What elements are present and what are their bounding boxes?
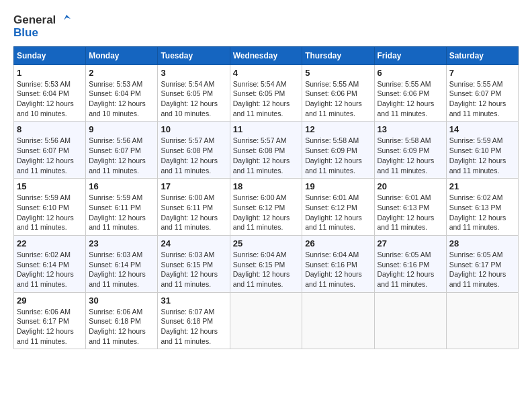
calendar-cell: 15Sunrise: 5:59 AM Sunset: 6:10 PM Dayli… — [14, 179, 86, 236]
calendar-cell: 30Sunrise: 6:06 AM Sunset: 6:18 PM Dayli… — [86, 292, 158, 349]
calendar-week-row: 8Sunrise: 5:56 AM Sunset: 6:07 PM Daylig… — [14, 122, 519, 179]
calendar-cell: 7Sunrise: 5:55 AM Sunset: 6:07 PM Daylig… — [446, 64, 518, 122]
day-info: Sunrise: 6:05 AM Sunset: 6:16 PM Dayligh… — [378, 250, 443, 289]
calendar-cell: 26Sunrise: 6:04 AM Sunset: 6:16 PM Dayli… — [302, 235, 374, 292]
day-number: 12 — [305, 124, 371, 134]
logo-blue: Blue — [13, 27, 38, 40]
day-number: 4 — [233, 68, 300, 78]
day-number: 5 — [305, 68, 371, 78]
calendar-cell: 1Sunrise: 5:53 AM Sunset: 6:04 PM Daylig… — [14, 64, 86, 122]
calendar-cell: 18Sunrise: 6:00 AM Sunset: 6:12 PM Dayli… — [230, 179, 302, 236]
day-info: Sunrise: 5:55 AM Sunset: 6:07 PM Dayligh… — [449, 79, 515, 119]
calendar-cell: 12Sunrise: 5:58 AM Sunset: 6:09 PM Dayli… — [302, 122, 374, 179]
calendar-cell: 4Sunrise: 5:54 AM Sunset: 6:05 PM Daylig… — [230, 64, 302, 122]
calendar-cell: 19Sunrise: 6:01 AM Sunset: 6:12 PM Dayli… — [302, 179, 374, 236]
calendar-week-row: 29Sunrise: 6:06 AM Sunset: 6:17 PM Dayli… — [14, 292, 519, 349]
day-number: 9 — [89, 124, 154, 134]
day-number: 19 — [305, 181, 371, 191]
day-number: 22 — [17, 238, 83, 248]
day-number: 16 — [89, 181, 154, 191]
calendar-week-row: 1Sunrise: 5:53 AM Sunset: 6:04 PM Daylig… — [14, 64, 519, 122]
calendar-cell: 10Sunrise: 5:57 AM Sunset: 6:08 PM Dayli… — [158, 122, 230, 179]
day-info: Sunrise: 6:01 AM Sunset: 6:13 PM Dayligh… — [378, 193, 443, 232]
day-info: Sunrise: 5:57 AM Sunset: 6:08 PM Dayligh… — [161, 136, 226, 175]
day-info: Sunrise: 5:58 AM Sunset: 6:09 PM Dayligh… — [378, 136, 443, 175]
day-number: 6 — [378, 68, 443, 78]
day-number: 11 — [233, 124, 300, 134]
calendar-cell: 28Sunrise: 6:05 AM Sunset: 6:17 PM Dayli… — [446, 235, 518, 292]
day-info: Sunrise: 6:03 AM Sunset: 6:15 PM Dayligh… — [161, 250, 226, 289]
day-info: Sunrise: 5:58 AM Sunset: 6:09 PM Dayligh… — [305, 136, 371, 175]
day-info: Sunrise: 5:59 AM Sunset: 6:10 PM Dayligh… — [449, 136, 515, 175]
day-number: 3 — [161, 68, 226, 78]
weekday-header: Tuesday — [158, 46, 230, 64]
weekday-header: Saturday — [446, 46, 518, 64]
weekday-header: Friday — [374, 46, 446, 64]
calendar-cell: 14Sunrise: 5:59 AM Sunset: 6:10 PM Dayli… — [446, 122, 518, 179]
day-info: Sunrise: 5:55 AM Sunset: 6:06 PM Dayligh… — [305, 79, 371, 119]
calendar-cell: 17Sunrise: 6:00 AM Sunset: 6:11 PM Dayli… — [158, 179, 230, 236]
calendar-cell: 11Sunrise: 5:57 AM Sunset: 6:08 PM Dayli… — [230, 122, 302, 179]
calendar-cell: 9Sunrise: 5:56 AM Sunset: 6:07 PM Daylig… — [86, 122, 158, 179]
calendar-cell: 25Sunrise: 6:04 AM Sunset: 6:15 PM Dayli… — [230, 235, 302, 292]
calendar-cell: 2Sunrise: 5:53 AM Sunset: 6:04 PM Daylig… — [86, 64, 158, 122]
calendar-cell: 22Sunrise: 6:02 AM Sunset: 6:14 PM Dayli… — [14, 235, 86, 292]
calendar-cell: 27Sunrise: 6:05 AM Sunset: 6:16 PM Dayli… — [374, 235, 446, 292]
calendar-cell: 24Sunrise: 6:03 AM Sunset: 6:15 PM Dayli… — [158, 235, 230, 292]
day-number: 8 — [17, 124, 83, 134]
svg-marker-0 — [64, 15, 71, 20]
day-number: 14 — [449, 124, 515, 134]
weekday-header: Wednesday — [230, 46, 302, 64]
calendar-cell — [446, 292, 518, 349]
calendar-cell: 23Sunrise: 6:03 AM Sunset: 6:14 PM Dayli… — [86, 235, 158, 292]
logo-general: General — [13, 14, 56, 27]
day-info: Sunrise: 5:59 AM Sunset: 6:10 PM Dayligh… — [17, 193, 83, 232]
calendar-cell: 29Sunrise: 6:06 AM Sunset: 6:17 PM Dayli… — [14, 292, 86, 349]
day-number: 26 — [305, 238, 371, 248]
calendar-cell: 31Sunrise: 6:07 AM Sunset: 6:18 PM Dayli… — [158, 292, 230, 349]
day-info: Sunrise: 6:02 AM Sunset: 6:14 PM Dayligh… — [17, 250, 83, 289]
calendar-cell: 5Sunrise: 5:55 AM Sunset: 6:06 PM Daylig… — [302, 64, 374, 122]
day-info: Sunrise: 6:04 AM Sunset: 6:15 PM Dayligh… — [233, 250, 300, 289]
day-number: 2 — [89, 68, 154, 78]
day-info: Sunrise: 6:04 AM Sunset: 6:16 PM Dayligh… — [305, 250, 371, 289]
day-info: Sunrise: 6:06 AM Sunset: 6:17 PM Dayligh… — [17, 307, 83, 347]
calendar-cell: 6Sunrise: 5:55 AM Sunset: 6:06 PM Daylig… — [374, 64, 446, 122]
day-info: Sunrise: 5:53 AM Sunset: 6:04 PM Dayligh… — [89, 79, 154, 119]
day-info: Sunrise: 5:56 AM Sunset: 6:07 PM Dayligh… — [89, 136, 154, 175]
day-info: Sunrise: 5:59 AM Sunset: 6:11 PM Dayligh… — [89, 193, 154, 232]
day-info: Sunrise: 6:07 AM Sunset: 6:18 PM Dayligh… — [161, 307, 226, 347]
day-info: Sunrise: 6:00 AM Sunset: 6:12 PM Dayligh… — [233, 193, 300, 232]
day-info: Sunrise: 6:06 AM Sunset: 6:18 PM Dayligh… — [89, 307, 154, 347]
weekday-header: Thursday — [302, 46, 374, 64]
day-info: Sunrise: 5:54 AM Sunset: 6:05 PM Dayligh… — [233, 79, 300, 119]
calendar-cell: 13Sunrise: 5:58 AM Sunset: 6:09 PM Dayli… — [374, 122, 446, 179]
day-info: Sunrise: 5:55 AM Sunset: 6:06 PM Dayligh… — [378, 79, 443, 119]
day-info: Sunrise: 6:03 AM Sunset: 6:14 PM Dayligh… — [89, 250, 154, 289]
calendar-cell: 8Sunrise: 5:56 AM Sunset: 6:07 PM Daylig… — [14, 122, 86, 179]
day-number: 20 — [378, 181, 443, 191]
calendar-cell: 3Sunrise: 5:54 AM Sunset: 6:05 PM Daylig… — [158, 64, 230, 122]
day-number: 21 — [449, 181, 515, 191]
day-info: Sunrise: 6:02 AM Sunset: 6:13 PM Dayligh… — [449, 193, 515, 232]
day-number: 13 — [378, 124, 443, 134]
calendar-cell: 21Sunrise: 6:02 AM Sunset: 6:13 PM Dayli… — [446, 179, 518, 236]
day-number: 29 — [17, 295, 83, 306]
day-number: 23 — [89, 238, 154, 248]
day-number: 7 — [449, 68, 515, 78]
day-info: Sunrise: 5:53 AM Sunset: 6:04 PM Dayligh… — [17, 79, 83, 119]
day-info: Sunrise: 5:57 AM Sunset: 6:08 PM Dayligh… — [233, 136, 300, 175]
day-number: 25 — [233, 238, 300, 248]
day-info: Sunrise: 6:01 AM Sunset: 6:12 PM Dayligh… — [305, 193, 371, 232]
day-number: 10 — [161, 124, 226, 134]
day-number: 18 — [233, 181, 300, 191]
day-number: 28 — [449, 238, 515, 248]
calendar-cell — [374, 292, 446, 349]
page-header: General Blue — [13, 13, 519, 40]
day-info: Sunrise: 6:05 AM Sunset: 6:17 PM Dayligh… — [449, 250, 515, 289]
calendar-week-row: 22Sunrise: 6:02 AM Sunset: 6:14 PM Dayli… — [14, 235, 519, 292]
day-number: 31 — [161, 295, 226, 306]
day-info: Sunrise: 6:00 AM Sunset: 6:11 PM Dayligh… — [161, 193, 226, 232]
calendar-cell — [302, 292, 374, 349]
logo-bird-icon — [57, 13, 71, 27]
